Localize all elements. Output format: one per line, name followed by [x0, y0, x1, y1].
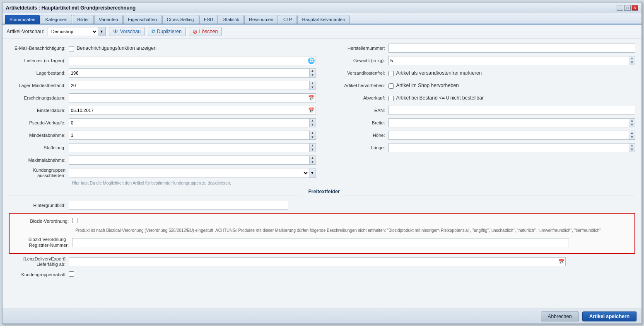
tab-bilder[interactable]: Bilder — [73, 15, 94, 24]
biozid-registrier-input[interactable] — [72, 238, 569, 247]
freitextfelder-title: Freitextfelder — [306, 189, 342, 195]
lagerbestand-input[interactable] — [69, 68, 309, 78]
lager-mindestbestand-input[interactable] — [69, 81, 309, 90]
shop-select-wrapper[interactable]: Demoshop ▼ — [48, 27, 106, 36]
abverkauf-checkbox-label: Artikel bei Bestand <= 0 nicht bestellba… — [396, 95, 484, 101]
pseudo-verkaeufe-up[interactable]: ▲ — [310, 119, 316, 123]
staffelung-input[interactable] — [69, 143, 309, 152]
tab-kategorien[interactable]: Kategorien — [41, 15, 72, 24]
shop-select[interactable]: Demoshop — [48, 27, 98, 36]
mindestabnahme-up[interactable]: ▲ — [310, 131, 316, 135]
breite-input[interactable] — [388, 118, 629, 127]
hoehe-label: Höhe: — [328, 132, 388, 138]
pseudo-verkaeufe-label: Pseudo-Verkäufe: — [9, 120, 69, 126]
maximize-button[interactable]: □ — [624, 5, 631, 11]
biozid-registrier-label: Biozid-Verordnung - Registrier-Nummer: — [12, 237, 72, 248]
content-area: E-Mail-Benachrichtigung: Benachrichtigun… — [2, 39, 642, 309]
tab-statistik[interactable]: Statistik — [219, 15, 244, 24]
hoehe-input[interactable] — [388, 131, 629, 140]
copy-icon: ⧉ — [152, 28, 155, 35]
email-benachrichtigung-checkbox[interactable] — [69, 46, 74, 51]
tab-clp[interactable]: CLP — [279, 15, 297, 24]
herstellernummer-input[interactable] — [388, 44, 636, 53]
versandkostenfrei-checkbox[interactable] — [388, 71, 394, 76]
mindestabnahme-down[interactable]: ▼ — [310, 135, 316, 139]
mindestbestand-down[interactable]: ▼ — [310, 85, 316, 90]
staffelung-up[interactable]: ▲ — [310, 144, 316, 148]
cancel-button[interactable]: Abbrechen — [541, 311, 579, 321]
globe-icon[interactable]: 🌐 — [307, 56, 316, 65]
eye-icon: 👁 — [113, 28, 118, 35]
tab-cross-selling[interactable]: Cross-Selling — [162, 15, 198, 24]
versandkostenfrei-checkbox-label: Artikel als versandkostenfrei markieren — [396, 70, 482, 76]
vorschau-button[interactable]: 👁 Vorschau — [109, 27, 145, 36]
abverkauf-checkbox[interactable] — [388, 96, 394, 101]
gewicht-down[interactable]: ▼ — [629, 61, 635, 65]
kundengruppen-hint: Hier hast Du die Möglichkeit den Artikel… — [72, 181, 316, 185]
gewicht-up[interactable]: ▲ — [629, 56, 635, 61]
lenz-label: [LenzDeliveryExpert] Lieferfähig ab: — [9, 256, 69, 267]
hintergrundbild-input[interactable] — [69, 201, 288, 210]
maximalabnahme-down[interactable]: ▼ — [310, 160, 316, 164]
laenge-up[interactable]: ▲ — [629, 144, 635, 148]
erscheinungsdatum-label: Erscheinungsdatum: — [9, 95, 69, 101]
herstellernummer-label: Herstellernummer: — [328, 45, 388, 51]
lagerbestand-down[interactable]: ▼ — [310, 73, 316, 77]
mindestabnahme-input[interactable] — [69, 131, 309, 140]
lagerbestand-up[interactable]: ▲ — [310, 69, 316, 73]
artikel-vorschau-label: Artikel-Vorschau: — [7, 29, 44, 34]
lagerbestand-label: Lagerbestand: — [9, 70, 69, 76]
biozid-highlight-box: Biozid-Verordnung: Produkt ist nach Bioz… — [9, 213, 635, 253]
pseudo-verkaeufe-down[interactable]: ▼ — [310, 123, 316, 127]
tab-varianten[interactable]: Varianten — [94, 15, 123, 24]
mindestbestand-up[interactable]: ▲ — [310, 81, 316, 85]
mindestabnahme-label: Mindestabnahme: — [9, 132, 69, 138]
loeschen-button[interactable]: ⊘ Löschen — [189, 27, 222, 36]
erscheinungsdatum-input[interactable] — [69, 93, 316, 102]
lieferzeit-input[interactable] — [69, 56, 316, 65]
versandkostenfrei-label: Versandkostenfrei: — [328, 70, 388, 76]
laenge-input[interactable] — [388, 143, 629, 152]
tab-hauptartikelvarianten[interactable]: Hauptartikelvarianten — [297, 15, 350, 24]
duplizieren-button[interactable]: ⧉ Duplizieren — [148, 27, 186, 36]
breite-up[interactable]: ▲ — [629, 119, 635, 123]
hoehe-down[interactable]: ▼ — [629, 135, 635, 139]
ean-label: EAN: — [328, 107, 388, 113]
gewicht-input[interactable] — [388, 56, 629, 65]
einstelldatum-input[interactable] — [69, 106, 316, 115]
artikel-hervorheben-checkbox-label: Artikel im Shop hervorheben — [396, 83, 459, 88]
staffelung-down[interactable]: ▼ — [310, 148, 316, 152]
shop-select-dropdown-icon[interactable]: ▼ — [98, 27, 105, 36]
save-button[interactable]: Artikel speichern — [582, 311, 637, 321]
ean-input[interactable] — [388, 106, 636, 115]
laenge-down[interactable]: ▼ — [629, 148, 635, 152]
lager-mindestbestand-label: Lager-Mindestbestand: — [9, 83, 69, 88]
breite-down[interactable]: ▼ — [629, 123, 635, 127]
kundengruppenrabatt-label: Kundengruppenrabatt — [9, 272, 69, 277]
maximalabnahme-up[interactable]: ▲ — [310, 156, 316, 160]
biozid-warning-text: Produkt ist nach Biozidal-Verordnung (Ve… — [75, 228, 632, 234]
tab-ressourcen[interactable]: Ressourcen — [244, 15, 278, 24]
laenge-label: Länge: — [328, 145, 388, 151]
kundengruppen-select[interactable] — [69, 168, 309, 178]
pseudo-verkaeufe-input[interactable] — [69, 118, 309, 127]
calendar-icon-lenz[interactable]: 📅 — [557, 258, 565, 266]
artikel-hervorheben-checkbox[interactable] — [388, 83, 394, 89]
kundengruppen-dropdown-icon[interactable]: ▼ — [309, 168, 316, 178]
tab-esd[interactable]: ESD — [199, 15, 218, 24]
kundengruppenrabatt-checkbox[interactable] — [69, 271, 74, 277]
lenz-input[interactable] — [69, 257, 566, 266]
biozid-verordnung-checkbox[interactable] — [72, 218, 77, 223]
tab-eigenschaften[interactable]: Eigenschaften — [123, 15, 162, 24]
tab-bar: Stammdaten Kategorien Bilder Varianten E… — [2, 13, 642, 24]
staffelung-label: Staffelung: — [9, 145, 69, 151]
hoehe-up[interactable]: ▲ — [629, 131, 635, 135]
tab-stammdaten[interactable]: Stammdaten — [5, 15, 40, 24]
window-title: Artikeldetails : Hauptartikel mit Grundp… — [6, 5, 135, 11]
calendar-icon-erscheinungsdatum[interactable]: 📅 — [307, 94, 316, 102]
maximalabnahme-input[interactable] — [69, 156, 309, 165]
close-button[interactable]: ✕ — [632, 5, 638, 11]
email-benachrichtigung-checkbox-label: Benachrichtigungsfunktion anzeigen — [77, 45, 157, 51]
calendar-icon-einstelldatum[interactable]: 📅 — [307, 106, 316, 114]
minimize-button[interactable]: ─ — [617, 5, 623, 11]
